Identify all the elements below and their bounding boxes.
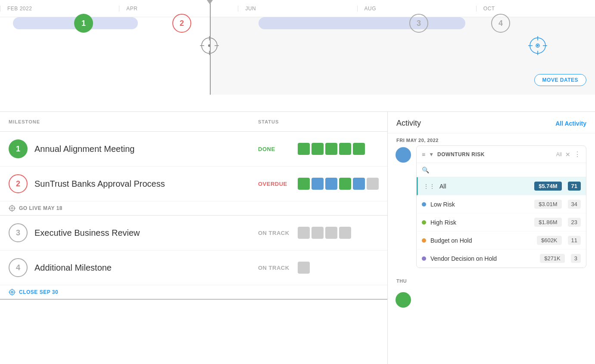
table-header: MILESTONE STATUS [0,112,387,132]
list-count-vendor-hold: 3 [571,254,581,263]
close-crosshair-icon [528,36,547,55]
milestone-status-3: ON TRACK [258,227,379,239]
status-label-4: ON TRACK [258,265,293,271]
list-label-vendor-hold: Vendor Decision on Hold [430,255,536,262]
block [298,178,310,190]
activity-dot-green [396,292,411,308]
status-label-3: ON TRACK [258,230,293,236]
activity-card: ≡ ▼ DOWNTURN RISK All ✕ ⋮ 🔍 ⋮⋮ All $5.74… [416,145,586,268]
milestone-row-4[interactable]: 4 Additional Milestone ON TRACK [0,250,387,285]
timeline-bar: 1 2 3 4 [0,17,595,95]
list-item-high-risk[interactable]: High Risk $1.86M 23 [417,213,586,231]
status-blocks-4 [298,262,310,274]
card-search-input[interactable] [433,167,581,173]
list-amount-budget-hold: $602K [537,236,562,245]
current-crosshair-icon [200,36,219,55]
milestone-number-2: 2 [9,174,28,193]
block [339,178,351,190]
block [312,143,324,155]
month-jun: JUN [238,6,357,12]
milestone-status-1: DONE [258,143,379,155]
month-oct: OCT [476,6,595,12]
left-panel: MILESTONE STATUS 1 Annual Alignment Meet… [0,112,388,364]
status-blocks-2 [298,178,379,190]
list-count-all: 71 [568,182,581,191]
track-segment-2 [259,17,465,29]
activity-header: Activity All Activity [388,112,595,133]
list-count-budget-hold: 11 [568,236,581,245]
col-milestone-header: MILESTONE [9,119,258,124]
go-live-marker: GO LIVE MAY 18 [0,201,387,216]
timeline-dot-1[interactable]: 1 [74,14,93,33]
milestone-status-4: ON TRACK [258,262,379,274]
card-close-icon[interactable]: ✕ [565,151,570,158]
list-item-budget-hold[interactable]: Budget on Hold $602K 11 [417,231,586,250]
month-apr: APR [119,6,238,12]
activity-date: FRI MAY 20, 2022 [388,133,595,145]
list-label-budget-hold: Budget on Hold [430,237,533,244]
list-amount-high-risk: $1.86M [534,218,561,227]
list-label-high-risk: High Risk [430,219,530,226]
search-icon: 🔍 [422,167,429,173]
timeline-dot-4[interactable]: 4 [491,14,510,33]
milestone-number-1: 1 [9,139,28,158]
main-content: MILESTONE STATUS 1 Annual Alignment Meet… [0,112,595,364]
activity-row-2 [388,285,595,308]
list-item-low-risk[interactable]: Low Risk $3.01M 34 [417,195,586,213]
crosshair-blue-icon [9,289,16,296]
milestone-row-2[interactable]: 2 SunTrust Banks Approval Process OVERDU… [0,167,387,201]
list-item-vendor-hold[interactable]: Vendor Decision on Hold $271K 3 [417,250,586,268]
list-item-all[interactable]: ⋮⋮ All $5.74M 71 [417,177,586,195]
activity-dot-col-2 [395,285,412,308]
milestone-name-2: SunTrust Banks Approval Process [34,179,258,189]
list-amount-all: $5.74M [534,182,561,191]
dot-low-risk [422,202,426,207]
current-date-line [210,0,211,95]
timeline-months: FEB 2022 APR JUN AUG OCT [0,0,595,17]
status-blocks-1 [298,143,365,155]
list-amount-low-risk: $3.01M [534,200,561,209]
all-activity-link[interactable]: All Activity [555,120,586,127]
move-dates-button[interactable]: MOVE DATES [534,74,586,86]
list-label-all: All [439,183,530,190]
card-more-icon[interactable]: ⋮ [574,150,581,158]
block [298,262,310,274]
close-marker: CLOSE SEP 30 [0,285,387,299]
filter-lines-icon: ≡ [422,151,425,158]
activity-title: Activity [396,119,421,128]
crosshair-small-icon [9,205,16,212]
timeline-dot-2[interactable]: 2 [172,14,191,33]
activity-dot-col-1 [395,145,412,166]
current-date-triangle [207,0,213,4]
block [312,178,324,190]
thu-label: THU [388,275,595,285]
svg-point-8 [537,45,539,46]
card-filter-title: DOWNTURN RISK [437,151,553,157]
timeline-dot-3[interactable]: 3 [409,14,428,33]
milestone-name-4: Additional Milestone [34,263,258,273]
block [325,227,337,239]
list-label-low-risk: Low Risk [430,201,530,208]
milestone-name-3: Executive Business Review [34,228,258,238]
milestone-row-3[interactable]: 3 Executive Business Review ON TRACK [0,216,387,250]
month-aug: AUG [357,6,476,12]
block [312,227,324,239]
dot-vendor-hold [422,256,426,261]
block [325,143,337,155]
activity-dot-blue [396,147,411,163]
activity-row-1: ≡ ▼ DOWNTURN RISK All ✕ ⋮ 🔍 ⋮⋮ All $5.74… [388,145,595,275]
milestone-number-4: 4 [9,258,28,277]
timeline-section: FEB 2022 APR JUN AUG OCT 1 2 [0,0,595,112]
block [298,143,310,155]
milestone-name-1: Annual Alignment Meeting [34,144,258,154]
svg-point-14 [11,207,13,209]
status-label-1: DONE [258,146,293,152]
dot-high-risk [422,220,426,225]
status-label-2: OVERDUE [258,181,293,187]
milestone-row-1[interactable]: 1 Annual Alignment Meeting DONE [0,132,387,167]
list-rows-icon: ⋮⋮ [423,183,435,190]
filter-arrow-icon: ▼ [429,151,434,157]
milestone-number-3: 3 [9,223,28,242]
block [339,227,351,239]
dot-budget-hold [422,238,426,243]
